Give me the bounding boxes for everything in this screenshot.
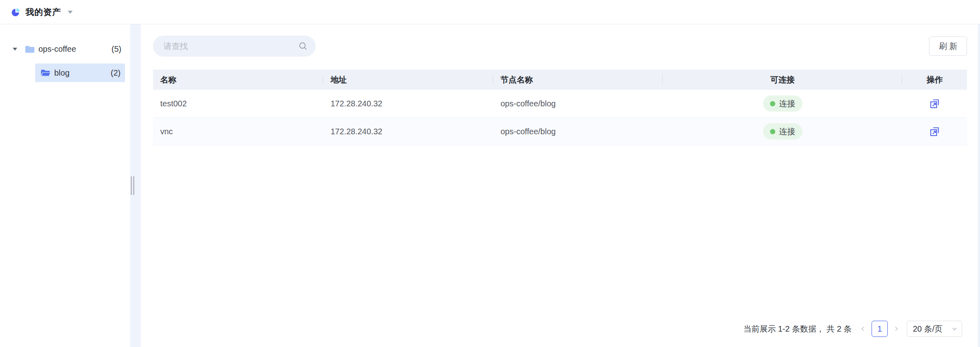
search-icon[interactable]	[299, 42, 308, 51]
tree-node-blog[interactable]: blog (2)	[35, 63, 125, 82]
chevron-right-icon	[893, 326, 899, 332]
tree-node-label: ops-coffee	[38, 44, 76, 54]
table-row[interactable]: test002 172.28.240.32 ops-coffee/blog 连接	[153, 90, 967, 118]
chevron-down-icon	[952, 326, 957, 332]
sidebar-gutter	[130, 24, 141, 347]
table-row[interactable]: vnc 172.28.240.32 ops-coffee/blog 连接	[153, 118, 967, 146]
prev-page-button[interactable]	[858, 326, 868, 332]
header-cell-name: 名称	[153, 70, 323, 90]
folder-icon	[25, 45, 35, 53]
toolbar: 刷 新	[153, 36, 967, 57]
asset-panel: 刷 新 名称 地址 节点名称 可连接 操作 test002 172.28.240…	[141, 24, 980, 347]
connectable-badge: 连接	[763, 95, 802, 112]
asset-tree-sidebar: ops-coffee (5) blog (2)	[0, 24, 130, 347]
connectable-badge: 连接	[763, 123, 802, 140]
topbar: 我的资产	[0, 0, 980, 24]
page-size-select[interactable]: 20 条/页	[907, 321, 962, 337]
content-layout: ops-coffee (5) blog (2)	[0, 24, 980, 347]
pagination: 当前展示 1-2 条数据， 共 2 条 1 20 条/页	[743, 321, 962, 337]
asset-search[interactable]	[153, 36, 316, 57]
cell-connectable: 连接	[663, 118, 902, 145]
next-page-button[interactable]	[891, 326, 901, 332]
tree-node-count: (5)	[112, 44, 121, 54]
cell-actions	[902, 90, 967, 117]
status-dot-icon	[770, 101, 775, 106]
page-title: 我的资产	[25, 6, 61, 18]
pie-chart-icon	[11, 8, 20, 17]
header-cell-address: 地址	[323, 70, 493, 90]
external-link-icon[interactable]	[929, 98, 940, 109]
badge-label: 连接	[779, 126, 795, 137]
refresh-button[interactable]: 刷 新	[929, 36, 967, 56]
header-cell-actions: 操作	[902, 70, 967, 90]
cell-name: test002	[153, 90, 323, 117]
pagination-summary: 当前展示 1-2 条数据， 共 2 条	[743, 324, 852, 334]
current-page-button[interactable]: 1	[872, 321, 888, 337]
table-header: 名称 地址 节点名称 可连接 操作	[153, 70, 967, 90]
view-switcher[interactable]: 我的资产	[11, 6, 73, 18]
caret-down-icon[interactable]	[12, 47, 18, 51]
folder-open-icon	[40, 69, 51, 77]
header-cell-connectable: 可连接	[663, 70, 902, 90]
search-input[interactable]	[163, 41, 295, 51]
badge-label: 连接	[779, 98, 795, 109]
external-link-icon[interactable]	[929, 126, 940, 137]
cell-connectable: 连接	[663, 90, 902, 117]
cell-name: vnc	[153, 118, 323, 145]
cell-address: 172.28.240.32	[323, 90, 493, 117]
status-dot-icon	[770, 129, 775, 134]
tree-node-label: blog	[54, 68, 70, 78]
tree-node-count: (2)	[111, 68, 121, 78]
page-size-value: 20 条/页	[913, 324, 942, 334]
cell-address: 172.28.240.32	[323, 118, 493, 145]
view-switcher-caret-icon[interactable]	[67, 10, 73, 14]
tree-node-ops-coffee[interactable]: ops-coffee (5)	[0, 40, 130, 58]
cell-actions	[902, 118, 967, 145]
header-cell-node: 节点名称	[493, 70, 663, 90]
table-body: test002 172.28.240.32 ops-coffee/blog 连接…	[153, 90, 967, 146]
sidebar-resize-handle[interactable]	[131, 176, 134, 195]
assets-table: 名称 地址 节点名称 可连接 操作 test002 172.28.240.32 …	[153, 70, 967, 146]
cell-node: ops-coffee/blog	[493, 118, 663, 145]
cell-node: ops-coffee/blog	[493, 90, 663, 117]
scrollbar-track	[978, 24, 980, 347]
chevron-left-icon	[860, 326, 866, 332]
